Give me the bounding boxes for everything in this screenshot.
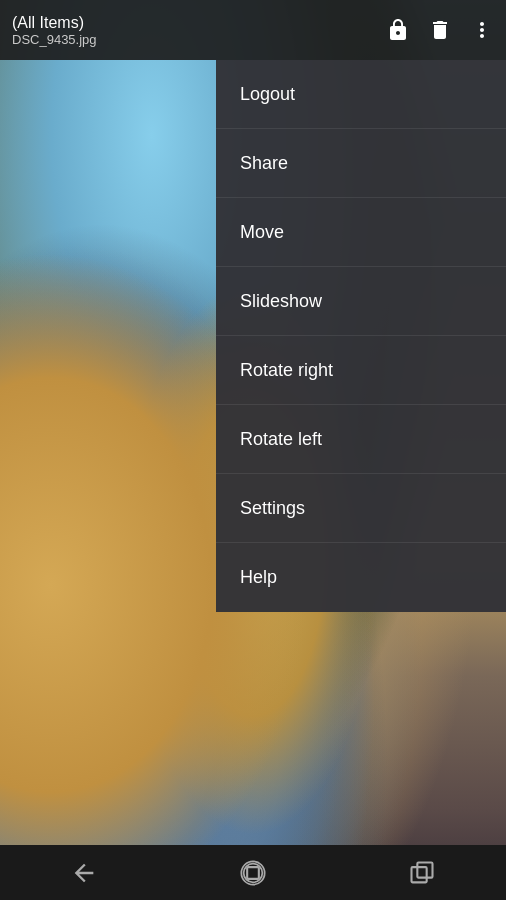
header-title: (All Items) DSC_9435.jpg bbox=[12, 13, 386, 47]
nav-recents-button[interactable] bbox=[392, 853, 452, 893]
more-options-icon[interactable] bbox=[470, 18, 494, 42]
menu-item-logout[interactable]: Logout bbox=[216, 60, 506, 129]
header-title-main: (All Items) bbox=[12, 13, 386, 32]
menu-item-help[interactable]: Help bbox=[216, 543, 506, 612]
trash-icon[interactable] bbox=[428, 18, 452, 42]
menu-item-settings[interactable]: Settings bbox=[216, 474, 506, 543]
lock-icon[interactable] bbox=[386, 18, 410, 42]
header-title-sub: DSC_9435.jpg bbox=[12, 32, 386, 47]
svg-rect-2 bbox=[417, 862, 432, 877]
menu-item-rotate-right[interactable]: Rotate right bbox=[216, 336, 506, 405]
dropdown-menu: Logout Share Move Slideshow Rotate right… bbox=[216, 60, 506, 612]
header-icons bbox=[386, 18, 494, 42]
svg-rect-1 bbox=[411, 867, 426, 882]
nav-bar bbox=[0, 845, 506, 900]
menu-item-share[interactable]: Share bbox=[216, 129, 506, 198]
menu-item-slideshow[interactable]: Slideshow bbox=[216, 267, 506, 336]
nav-home-button[interactable] bbox=[223, 853, 283, 893]
menu-item-rotate-left[interactable]: Rotate left bbox=[216, 405, 506, 474]
svg-rect-0 bbox=[247, 867, 259, 879]
header: (All Items) DSC_9435.jpg bbox=[0, 0, 506, 60]
menu-item-move[interactable]: Move bbox=[216, 198, 506, 267]
nav-back-button[interactable] bbox=[54, 853, 114, 893]
